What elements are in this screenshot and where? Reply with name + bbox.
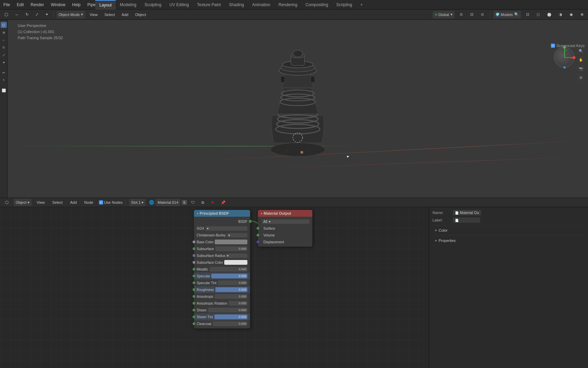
measure-tool[interactable]: ⌖ [1,77,7,83]
node-mode-icon[interactable]: ⬡ [2,199,11,205]
viewport-gizmo[interactable]: Y X [551,44,578,71]
anisotropic-row[interactable]: Anisotropic 0.000 [194,293,250,300]
clearcoat-row[interactable]: Clearcoat 0.000 [194,320,250,327]
metallic-row[interactable]: Metallic 0.000 [194,266,250,273]
material-dropdown[interactable]: Material.014 [156,199,180,206]
node-view-btn[interactable]: View [34,200,48,205]
specular-field[interactable]: 0.500 [211,274,247,278]
transform-tool[interactable]: ✦ [1,59,7,65]
object-btn[interactable]: Object [132,12,149,17]
base-color-swatch[interactable] [215,240,247,244]
select-tool[interactable]: ⬡ [1,22,7,28]
tab-rendering[interactable]: Rendering [274,0,301,10]
add-cube-tool[interactable]: ⬜ [1,87,7,93]
tab-shading[interactable]: Shading [225,0,248,10]
sheen-tint-field[interactable]: 0.500 [214,315,247,319]
properties-expand[interactable]: ▸ Properties [432,237,585,244]
anisotropic-rotation-row[interactable]: Anisotropic Rotation 0.000 [194,300,250,307]
zoom-in-icon[interactable]: 🔍 [577,47,585,55]
material-all-dropdown[interactable]: All ▾ [262,219,310,224]
tool-move-icon[interactable]: ↔ [12,12,21,17]
gizmo-display-icon[interactable]: ⊕ [578,12,586,17]
subsurface-radius-row[interactable]: Subsurface Radius ▾ [194,252,250,259]
subsurface-field[interactable]: 0.000 [215,246,247,251]
annotate-tool[interactable]: ✏ [1,70,7,76]
menu-render[interactable]: Render [27,1,47,9]
solid-btn[interactable]: ⬤ [544,12,554,17]
tab-layout[interactable]: Layout [95,0,116,10]
render-btn[interactable]: ◉ [567,12,576,17]
select-box-icon[interactable]: ⬡ [2,11,11,18]
metallic-field[interactable]: 0.000 [210,267,247,272]
subsurface-row[interactable]: Subsurface 0.000 [194,245,250,252]
material-browse-icon[interactable]: 🛡 [188,200,197,205]
tab-texture-paint[interactable]: Texture Paint [193,0,225,10]
view-btn[interactable]: View [87,12,100,17]
label-value-display[interactable]: 📄 [453,217,480,223]
wireframe-btn[interactable]: ◻ [534,12,542,17]
proportional-icon[interactable]: ⊙ [478,12,487,17]
clearcoat-field[interactable]: 0.000 [213,321,247,326]
node-node-btn[interactable]: Node [82,200,96,205]
transform-pivot-icon[interactable]: ⊙ [457,12,466,17]
material-copy-icon[interactable]: ⧉ [199,200,207,205]
use-nodes-checkbox[interactable]: ✓ [99,200,103,204]
grid-icon[interactable]: ⊞ [577,74,585,81]
material-pin-icon[interactable]: 📌 [218,200,228,205]
anisotropic-rotation-field[interactable]: 0.000 [229,301,248,306]
menu-file[interactable]: File [0,1,13,9]
scale-tool[interactable]: ⤢ [1,52,7,58]
tab-scripting[interactable]: Scripting [332,0,356,10]
camera-icon[interactable]: 📷 [577,65,585,72]
menu-edit[interactable]: Edit [13,1,27,9]
pan-icon[interactable]: ✋ [577,56,585,63]
cursor-tool[interactable]: ⊕ [1,29,7,35]
menu-window[interactable]: Window [47,1,69,9]
viewport-3d[interactable]: User Perspective (1) Collection | d1.001… [7,20,588,198]
node-select-btn[interactable]: Select [49,200,65,205]
sheen-tint-row[interactable]: Sheen Tint 0.500 [194,313,250,320]
specular-tint-field[interactable]: 0.000 [218,280,247,285]
tab-animation[interactable]: Animation [248,0,274,10]
name-value-display[interactable]: 📄 Material Ou [453,210,481,215]
menu-help[interactable]: Help [69,1,84,9]
tool-scale-icon[interactable]: ⤢ [33,12,41,17]
tab-modeling[interactable]: Modeling [116,0,141,10]
viewport-overlay-icon[interactable]: ⊡ [523,12,532,17]
tab-sculpting[interactable]: Sculpting [141,0,165,10]
move-tool[interactable]: ↔ [1,37,7,43]
ggx-row[interactable]: GGX ▾ [194,225,250,232]
subsurface-radius-dropdown[interactable]: ▾ [226,254,248,258]
subsurface-dropdown[interactable]: ▾ [227,233,247,237]
add-btn[interactable]: Add [119,12,131,17]
node-object-dropdown[interactable]: Object ▾ [14,199,32,206]
tab-uv-editing[interactable]: UV Editing [165,0,193,10]
roughness-field[interactable]: 0.500 [215,287,247,292]
select-btn[interactable]: Select [102,12,118,17]
transform-space-dropdown[interactable]: ⊕ Global ▾ [432,11,455,18]
rotate-tool[interactable]: ↻ [1,44,7,50]
mode-dropdown[interactable]: Object Mode ▾ [56,11,85,18]
slot-dropdown[interactable]: Slot 1 ▾ [129,199,146,206]
subsurface-color-row[interactable]: Subsurface Color [194,259,250,266]
label-prop-value[interactable]: 📄 [453,217,585,223]
roughness-row[interactable]: Roughness 0.500 [194,286,250,293]
sheen-field[interactable]: 0.000 [208,308,247,312]
anisotropic-field[interactable]: 0.000 [215,294,247,299]
tool-transform-icon[interactable]: ✦ [43,12,51,17]
material-output-node[interactable]: ● Material Output All ▾ Surface Volume [258,210,312,247]
principled-bsdf-node[interactable]: ● Principled BSDF BSDF GGX ▾ Christensen… [194,210,250,328]
tab-compositing[interactable]: Compositing [301,0,332,10]
snapping-icon[interactable]: ⊡ [468,12,476,17]
material-btn[interactable]: ◑ [556,12,565,17]
subsurface-method-row[interactable]: Christensen-Burley ▾ [194,232,250,239]
material-delete-icon[interactable]: ✕ [208,200,217,205]
tab-add[interactable]: + [356,0,367,10]
viewport-shading-dropdown[interactable]: 🌍 Models 🔍 [493,11,521,18]
base-color-row[interactable]: Base Color [194,239,250,245]
tool-rotate-icon[interactable]: ↻ [23,12,31,17]
name-prop-value[interactable]: 📄 Material Ou [453,210,585,215]
ggx-dropdown[interactable]: ▾ [206,226,247,231]
node-editor[interactable]: ● Principled BSDF BSDF GGX ▾ Christensen… [0,207,429,368]
node-add-btn[interactable]: Add [67,200,80,205]
